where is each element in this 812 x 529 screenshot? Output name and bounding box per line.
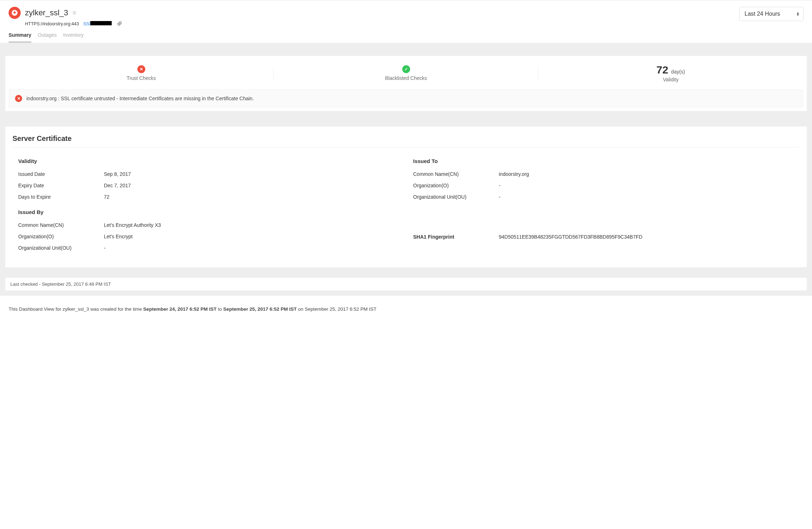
server-certificate-title: Server Certificate	[12, 134, 800, 147]
issued-by-cn-row: Common Name(CN)Let's Encrypt Authority X…	[18, 222, 399, 228]
days-to-expire-row: Days to Expire72	[18, 194, 399, 200]
last-checked-text: Last checked - September 25, 2017 6:48 P…	[10, 281, 111, 287]
tab-summary[interactable]: Summary	[9, 32, 31, 43]
issued-by-ou-row: Organizational Unit(OU)-	[18, 245, 399, 251]
validity-section-title: Validity	[18, 158, 399, 164]
tab-inventory[interactable]: Inventory	[63, 32, 84, 43]
last-checked-card: Last checked - September 25, 2017 6:48 P…	[5, 278, 807, 291]
time-range-select[interactable]: Last 24 Hours ▲▼	[739, 7, 803, 21]
issued-to-title: Issued To	[413, 158, 794, 164]
alert-fail-icon: ✕	[15, 95, 22, 102]
fail-icon: ✕	[137, 65, 145, 73]
issued-to-o-row: Organization(O)-	[413, 183, 794, 188]
issued-to-ou-row: Organizational Unit(OU)-	[413, 194, 794, 200]
validity-value: 72	[656, 64, 668, 76]
tab-outages[interactable]: Outages	[38, 32, 57, 43]
blacklisted-checks-label: Blacklisted Checks	[274, 75, 539, 81]
trust-checks-block: ✕ Trust Checks	[9, 65, 274, 81]
status-down-icon	[9, 7, 21, 19]
issued-by-title: Issued By	[18, 209, 399, 215]
menu-icon[interactable]: ≡	[72, 10, 76, 16]
alert-text: indoorstry.org : SSL certificate untrust…	[26, 96, 254, 101]
blacklisted-checks-block: ✓ Blacklisted Checks	[274, 65, 539, 81]
alert-row: ✕ indoorstry.org : SSL certificate untru…	[9, 90, 803, 107]
time-range-value: Last 24 Hours	[745, 11, 780, 17]
monitor-url: HTTPS://indoorstry.org:443	[25, 21, 79, 26]
checks-card: ✕ Trust Checks ✓ Blacklisted Checks 72 d…	[5, 56, 807, 111]
issued-date-row: Issued DateSep 8, 2017	[18, 171, 399, 177]
select-arrows-icon: ▲▼	[796, 12, 800, 16]
page-title: zylker_ssl_3	[25, 8, 68, 17]
trust-checks-label: Trust Checks	[9, 75, 274, 81]
validity-unit: day(s)	[671, 69, 685, 75]
issued-to-cn-row: Common Name(CN)indoorstry.org	[413, 171, 794, 177]
tag-icon[interactable]	[115, 21, 122, 27]
ssl-certificate-link[interactable]: SSL	[83, 21, 112, 26]
expiry-date-row: Expiry DateDec 7, 2017	[18, 183, 399, 188]
issued-by-o-row: Organization(O)Let's Encrypt	[18, 234, 399, 239]
validity-label: Validity	[538, 77, 803, 82]
ok-icon: ✓	[402, 65, 410, 73]
footer-note: This Dashboard View for zylker_ssl_3 was…	[0, 296, 812, 319]
validity-block: 72 day(s) Validity	[538, 64, 803, 82]
sha1-row: SHA1 Fingerprint94D50511EE39B48235FGGTDD…	[413, 234, 794, 240]
server-certificate-card: Server Certificate Validity Issued DateS…	[5, 126, 807, 268]
